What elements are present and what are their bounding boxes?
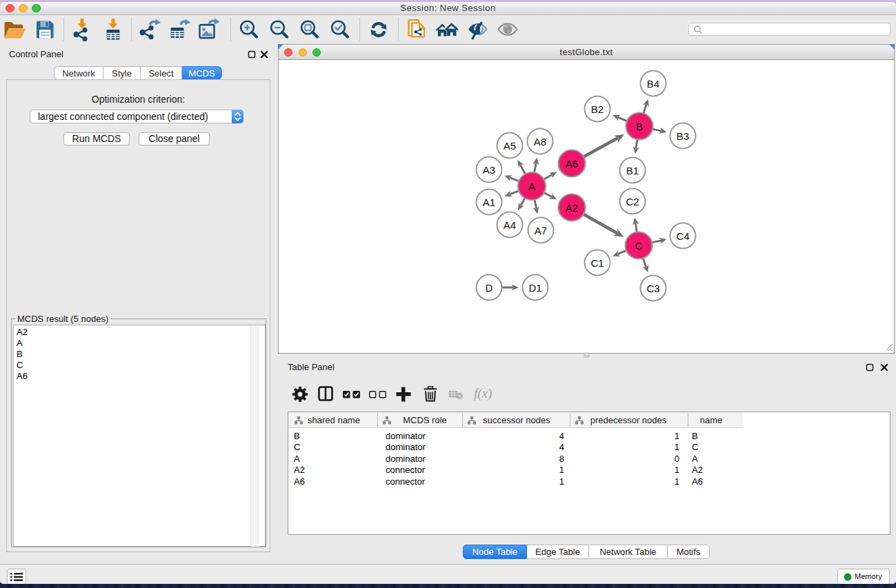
svg-text:C1: C1: [590, 257, 604, 269]
svg-text:A6: A6: [566, 158, 578, 170]
svg-text:C: C: [635, 240, 643, 252]
svg-text:C3: C3: [646, 283, 659, 294]
svg-text:D: D: [486, 282, 493, 294]
svg-text:D1: D1: [528, 282, 541, 294]
svg-text:B2: B2: [591, 103, 604, 115]
svg-text:A1: A1: [483, 196, 495, 208]
svg-text:B3: B3: [677, 130, 689, 142]
svg-text:A8: A8: [534, 136, 546, 148]
svg-text:A: A: [528, 181, 535, 192]
svg-text:A3: A3: [483, 164, 495, 176]
svg-text:B4: B4: [647, 78, 659, 90]
svg-text:C2: C2: [626, 196, 639, 207]
svg-text:A5: A5: [504, 140, 516, 152]
svg-text:A7: A7: [535, 225, 547, 236]
svg-text:B1: B1: [626, 165, 639, 176]
svg-text:B: B: [636, 121, 643, 132]
svg-text:A4: A4: [504, 219, 516, 231]
svg-text:A2: A2: [566, 202, 578, 214]
svg-text:C4: C4: [676, 230, 689, 242]
